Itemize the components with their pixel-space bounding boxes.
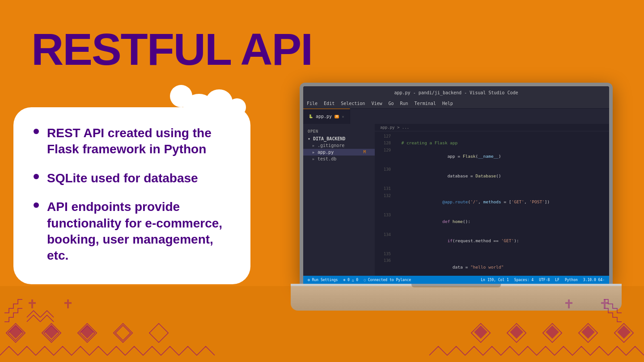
code-line-128: 128 # creating a Flask app [375, 140, 609, 147]
editor-tabs: 🐍 app.py M ✕ [303, 109, 609, 124]
menu-view[interactable]: View [371, 101, 382, 106]
svg-marker-20 [546, 325, 559, 339]
statusbar-lang: Python [565, 278, 578, 282]
svg-rect-10 [471, 324, 490, 342]
file-explorer: OPEN ▾ DITA_BACKEND ▹ .gitignore ▹ app.p… [303, 124, 375, 276]
svg-rect-7 [114, 324, 132, 342]
code-line-129: 129 app = Flask(__name__) [375, 147, 609, 166]
sidebar-section-open: OPEN [303, 127, 375, 135]
menu-terminal[interactable]: Terminal [415, 101, 436, 106]
svg-rect-26 [64, 302, 72, 304]
content-bubble: REST API created using the Flask framewo… [13, 107, 250, 284]
statusbar-version: 3.10.0 64- [583, 278, 605, 282]
svg-marker-21 [581, 325, 595, 339]
svg-marker-17 [80, 325, 94, 339]
laptop-screen: app.py - pandi/ji_backend - Visual Studi… [300, 83, 613, 284]
bullet-dot-1 [34, 129, 39, 134]
svg-marker-15 [9, 325, 22, 339]
slide: RESTful API REST API created using the F… [0, 0, 644, 362]
menu-help[interactable]: Help [442, 101, 453, 106]
statusbar-spaces: Spaces: 4 [514, 278, 534, 282]
vscode-editor: app.py - pandi/ji_backend - Visual Studi… [303, 86, 609, 284]
bubble-bump-2 [228, 98, 246, 116]
code-line-136: 136 data = "hello world" [375, 257, 609, 276]
svg-rect-3 [42, 324, 61, 342]
svg-rect-4 [44, 325, 59, 341]
bullet-dot-2 [34, 174, 39, 179]
vscode-menubar: File Edit Selection View Go Run Terminal… [303, 99, 609, 109]
menu-run[interactable]: Run [400, 101, 408, 106]
code-line-131: 131 [375, 186, 609, 193]
svg-rect-13 [579, 324, 597, 342]
code-line-133: 133 def home(): [375, 212, 609, 232]
svg-rect-23 [31, 299, 33, 308]
menu-go[interactable]: Go [388, 101, 394, 106]
code-content: 127 128 # creating a Flask app 129 a [375, 131, 609, 276]
tab-label: app.py [316, 114, 332, 119]
file-modified-badge: M [364, 150, 366, 155]
sidebar-folder[interactable]: ▾ DITA_BACKEND [303, 135, 375, 142]
statusbar-lf: LF [555, 278, 559, 282]
menu-selection[interactable]: Selection [341, 101, 365, 106]
svg-rect-11 [507, 324, 526, 342]
editor-body: OPEN ▾ DITA_BACKEND ▹ .gitignore ▹ app.p… [303, 124, 609, 276]
bullet-dot-3 [34, 202, 39, 208]
svg-rect-8 [115, 325, 131, 341]
editor-breadcrumb: app.py > ... [375, 124, 609, 131]
sidebar-file-app-py[interactable]: ▹ app.py M [303, 149, 375, 156]
code-editor-pane: app.py > ... 127 128 # creating a Flask … [375, 124, 609, 276]
bullet-list: REST API created using the Flask framewo… [34, 125, 230, 264]
statusbar-position: Ln 159, Col 1 [481, 278, 509, 282]
svg-rect-24 [29, 302, 36, 304]
svg-rect-1 [6, 324, 25, 342]
vscode-statusbar: ⚙ Run Settings ⊗ 0 △ 0 ◌ Connected to Py… [303, 276, 609, 284]
statusbar-encoding: UTF-8 [539, 278, 550, 282]
svg-marker-16 [45, 325, 58, 339]
menu-edit[interactable]: Edit [324, 101, 335, 106]
laptop-base [291, 284, 622, 311]
bullet-item-1: REST API created using the Flask framewo… [34, 125, 230, 158]
code-line-132: 132 @app.route('/', methods = ['GET', 'P… [375, 192, 609, 212]
statusbar-pylance: ◌ Connected to Pylance [364, 278, 411, 282]
vscode-titlebar: app.py - pandi/ji_backend - Visual Studi… [303, 86, 609, 99]
svg-marker-19 [510, 325, 523, 339]
code-line-127: 127 [375, 133, 609, 140]
statusbar-errors: ⊗ 0 △ 0 [343, 278, 358, 282]
tab-close-button[interactable]: ✕ [342, 114, 344, 119]
tab-app-py[interactable]: 🐍 app.py M ✕ [303, 109, 350, 124]
bullet-item-3: API endpoints provide functionality for … [34, 199, 230, 264]
menu-file[interactable]: File [307, 101, 318, 106]
sidebar-file-testdb[interactable]: ▹ test.db [303, 156, 375, 162]
svg-rect-6 [80, 325, 95, 341]
bullet-item-2: SQLite used for database [34, 170, 230, 186]
breadcrumb-text: app.py > ... [380, 125, 409, 130]
sidebar-file-gitignore[interactable]: ▹ .gitignore [303, 142, 375, 149]
svg-rect-25 [67, 299, 69, 308]
code-line-135: 135 [375, 251, 609, 257]
svg-marker-22 [617, 325, 631, 339]
titlebar-text: app.py - pandi/ji_backend - Visual Studi… [394, 90, 518, 95]
svg-rect-12 [543, 324, 562, 342]
svg-marker-18 [474, 325, 487, 339]
code-line-130: 130 database = Database() [375, 166, 609, 186]
svg-rect-2 [8, 325, 23, 341]
svg-rect-9 [149, 324, 168, 342]
statusbar-run: ⚙ Run Settings [308, 278, 338, 282]
page-title: RESTful API [31, 27, 312, 72]
tab-modified-badge: M [335, 115, 339, 118]
svg-rect-5 [78, 324, 97, 342]
svg-rect-14 [614, 324, 633, 342]
laptop-mockup: app.py - pandi/ji_backend - Visual Studi… [291, 83, 622, 311]
code-line-134: 134 if(request.method == 'GET'): [375, 232, 609, 251]
